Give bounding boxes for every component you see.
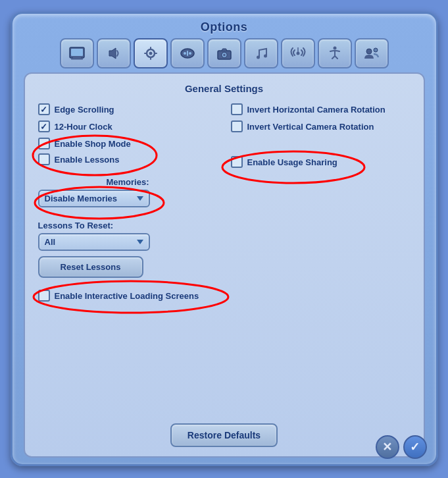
options-window: Options <box>11 12 438 466</box>
lessons-dropdown-arrow <box>137 240 143 244</box>
right-column: Invert Horizontal Camera Rotation Invert… <box>224 103 411 413</box>
tab-social[interactable] <box>355 38 389 68</box>
svg-point-12 <box>184 52 186 55</box>
svg-rect-1 <box>71 49 83 56</box>
tab-accessibility[interactable] <box>318 38 352 68</box>
usage-sharing-label: Enable Usage Sharing <box>247 157 337 167</box>
memories-dropdown[interactable]: Disable Memories <box>38 190 150 207</box>
svg-marker-4 <box>109 48 116 59</box>
invert-vertical-label: Invert Vertical Camera Rotation <box>247 122 374 132</box>
interactive-loading-row: Enable Interactive Loading Screens <box>38 290 199 302</box>
shop-mode-checkbox[interactable] <box>38 138 50 149</box>
enable-lessons-row: Enable Lessons <box>38 153 131 165</box>
reset-lessons-button[interactable]: Reset Lessons <box>38 256 143 278</box>
close-button[interactable]: ✕ <box>376 435 399 459</box>
clock-12hr-label: 12-Hour Clock <box>55 122 112 132</box>
tab-camera[interactable] <box>207 38 241 68</box>
edge-scrolling-row: Edge Scrolling <box>38 103 218 115</box>
edge-scrolling-label: Edge Scrolling <box>55 105 114 115</box>
invert-horizontal-label: Invert Horizontal Camera Rotation <box>247 105 386 115</box>
lessons-to-reset-label: Lessons To Reset: <box>38 221 218 230</box>
bottom-controls: ✕ ✓ <box>376 435 427 459</box>
svg-point-21 <box>333 47 336 50</box>
svg-point-13 <box>189 52 191 55</box>
close-icon: ✕ <box>382 440 392 454</box>
invert-horizontal-row: Invert Horizontal Camera Rotation <box>231 103 411 115</box>
enable-lessons-label: Enable Lessons <box>55 155 120 165</box>
lessons-dropdown-value: All <box>45 237 56 247</box>
svg-point-22 <box>366 49 372 54</box>
edge-scrolling-checkbox[interactable] <box>38 103 50 115</box>
settings-panel: General Settings Edge Scrolling 12-Hour … <box>24 72 425 458</box>
tab-bar <box>60 38 389 68</box>
tab-network[interactable] <box>281 38 315 68</box>
lessons-dropdown[interactable]: All <box>38 233 150 251</box>
usage-sharing-row: Enable Usage Sharing <box>231 156 337 168</box>
interactive-loading-checkbox[interactable] <box>38 290 50 302</box>
memories-dropdown-value: Disable Memories <box>45 194 118 203</box>
restore-defaults-button[interactable]: Restore Defaults <box>170 423 278 447</box>
svg-point-17 <box>223 54 226 57</box>
confirm-button[interactable]: ✓ <box>403 435 427 459</box>
svg-point-19 <box>264 55 267 58</box>
tab-music[interactable] <box>244 38 278 68</box>
svg-rect-2 <box>73 57 81 59</box>
clock-12hr-row: 12-Hour Clock <box>38 120 218 132</box>
svg-point-23 <box>374 48 378 52</box>
tab-graphics[interactable] <box>134 38 168 68</box>
svg-point-18 <box>257 56 260 59</box>
svg-rect-3 <box>71 59 83 60</box>
section-title: General Settings <box>38 83 411 94</box>
clock-12hr-checkbox[interactable] <box>38 120 50 132</box>
tab-game[interactable] <box>60 38 94 68</box>
usage-sharing-checkbox[interactable] <box>231 156 243 168</box>
interactive-loading-label: Enable Interactive Loading Screens <box>55 291 199 301</box>
tab-controls[interactable] <box>170 38 205 68</box>
invert-horizontal-checkbox[interactable] <box>231 103 243 115</box>
svg-rect-14 <box>187 51 188 56</box>
memories-label: Memories: <box>38 177 218 187</box>
shop-mode-label: Enable Shop Mode <box>55 139 131 149</box>
invert-vertical-checkbox[interactable] <box>231 120 243 132</box>
shop-mode-row: Enable Shop Mode <box>38 138 131 149</box>
window-title: Options <box>12 14 436 38</box>
invert-vertical-row: Invert Vertical Camera Rotation <box>231 120 411 132</box>
tab-audio[interactable] <box>97 38 131 68</box>
memories-dropdown-arrow <box>137 196 143 201</box>
svg-point-6 <box>149 52 152 55</box>
settings-columns: Edge Scrolling 12-Hour Clock Enable Shop… <box>38 103 411 413</box>
confirm-icon: ✓ <box>410 440 420 454</box>
enable-lessons-checkbox[interactable] <box>38 153 50 165</box>
left-column: Edge Scrolling 12-Hour Clock Enable Shop… <box>38 103 218 413</box>
